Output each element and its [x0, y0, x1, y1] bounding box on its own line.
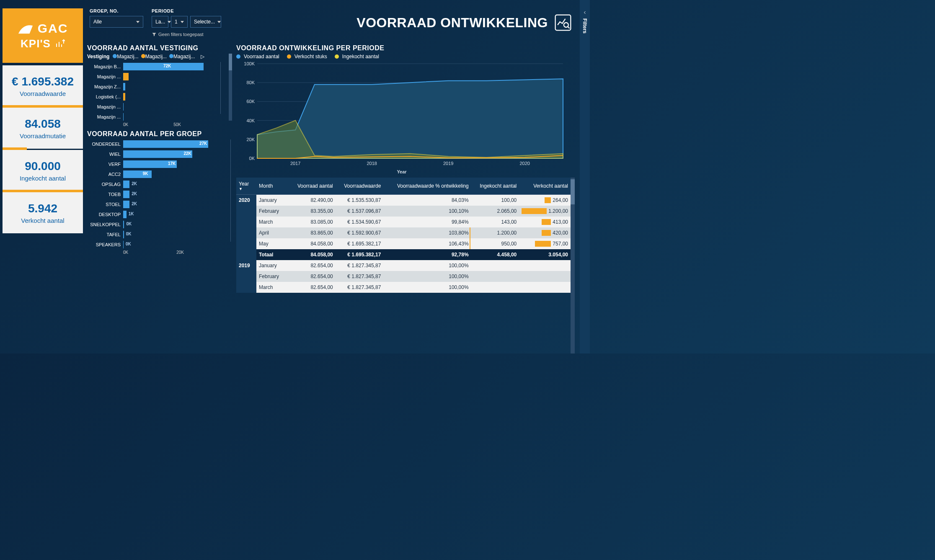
bar-row[interactable]: STOEL2K — [87, 200, 232, 209]
chevron-down-icon — [181, 21, 184, 23]
group-dropdown[interactable]: Alle — [90, 16, 143, 28]
kpi-value: 84.058 — [25, 117, 61, 131]
legend-item: Voorraad aantal — [244, 54, 279, 59]
filters-panel-tab[interactable]: Filters — [580, 0, 590, 354]
bar-row[interactable]: Magazijn B...72K — [87, 62, 226, 71]
cell-year: 2020 — [236, 195, 256, 261]
legend-dot — [287, 54, 291, 59]
filter-icon — [152, 32, 157, 37]
kpi-card[interactable]: 5.942Verkocht aantal — [3, 192, 83, 233]
svg-text:60K: 60K — [246, 99, 255, 104]
period-dropdown-3[interactable]: Selecte... — [190, 16, 221, 28]
kpi-card[interactable]: € 1.695.382Voorraadwaarde — [3, 65, 83, 106]
table-scrollbar[interactable] — [571, 178, 575, 354]
cell-vw: € 1.592.900,67 — [336, 227, 384, 238]
groep-chart[interactable]: VOORRAAD AANTAL PER GROEP ONDERDEEL27KWI… — [87, 130, 232, 255]
kpi-label: Voorraadwaarde — [20, 90, 66, 97]
table-row[interactable]: 2019 January 82.654,00 € 1.827.345,87 10… — [236, 260, 571, 271]
table-row[interactable]: 2020 January 82.490,00 € 1.535.530,87 84… — [236, 195, 571, 206]
period-chart[interactable]: VOORRAAD ONTWIKKELING PER PERIODE Voorra… — [236, 44, 575, 174]
filter-group-label: GROEP, NO. — [90, 8, 143, 13]
data-table[interactable]: Year▼ Month Voorraad aantal Voorraadwaar… — [236, 178, 575, 354]
kpi-value: € 1.695.382 — [12, 75, 74, 88]
bar-row[interactable]: ONDERDEEL27K — [87, 139, 232, 149]
bar-label: SNELKOPPEL — [87, 222, 123, 227]
table-row[interactable]: March 83.085,00 € 1.534.590,67 99,84% 14… — [236, 217, 571, 227]
bar-label: ACC2 — [87, 172, 123, 177]
bar-row[interactable]: Magazijn ... — [87, 112, 226, 121]
legend-item: Magazij... — [145, 54, 167, 59]
logo-text: GAC — [38, 21, 68, 36]
bar-row[interactable]: Logistiek (... — [87, 92, 226, 101]
table-row[interactable]: April 83.865,00 € 1.592.900,67 103,80% 1… — [236, 227, 571, 238]
cell-dev: 99,84% — [383, 217, 471, 227]
bar-chart-icon — [55, 39, 65, 49]
svg-text:2019: 2019 — [443, 161, 453, 166]
cell-verk: 413,00 — [519, 217, 571, 227]
bar-row[interactable]: Magazijn ... — [87, 102, 226, 111]
cell-ing: 1.200,00 — [471, 227, 519, 238]
bar-row[interactable]: Magazijn ... — [87, 72, 226, 81]
table-row[interactable]: February 82.654,00 € 1.827.345,87 100,00… — [236, 271, 571, 282]
bar-label: SPEAKERS — [87, 242, 123, 247]
cell-month: February — [256, 206, 289, 217]
bar-label: VERF — [87, 162, 123, 167]
cell-va: 83.085,00 — [289, 217, 336, 227]
cell-vw: € 1.537.096,87 — [336, 206, 384, 217]
legend-next-icon[interactable]: ▷ — [201, 54, 204, 59]
vestiging-chart[interactable]: VOORRAAD AANTAL VESTIGING Vestiging Maga… — [87, 44, 232, 127]
kpi-value: 90.000 — [25, 160, 61, 173]
bar-label: STOEL — [87, 202, 123, 207]
cell-ing: 143,00 — [471, 217, 519, 227]
cell-month: Totaal — [256, 249, 289, 260]
kpi-value: 5.942 — [28, 202, 57, 215]
cell-ing — [471, 282, 519, 293]
cell-dev: 100,00% — [383, 282, 471, 293]
legend-item: Magazij... — [173, 54, 195, 59]
cell-va: 82.654,00 — [289, 260, 336, 271]
period-dropdown-1[interactable]: La... — [152, 16, 168, 28]
legend-item: Magazij... — [117, 54, 138, 59]
cell-dev: 100,00% — [383, 271, 471, 282]
table-row[interactable]: May 84.058,00 € 1.695.382,17 106,43% 950… — [236, 238, 571, 249]
col-dev: Voorraadwaarde % ontwikkeling — [383, 178, 471, 195]
kpi-label: Verkocht aantal — [21, 217, 64, 224]
table-row[interactable]: February 83.355,00 € 1.537.096,87 100,10… — [236, 206, 571, 217]
scrollbar[interactable] — [229, 54, 232, 121]
svg-text:20K: 20K — [246, 137, 255, 142]
cell-verk: 757,00 — [519, 238, 571, 249]
bar-row[interactable]: VERF17K — [87, 160, 232, 169]
period-dropdown-2[interactable]: 1 — [171, 16, 188, 28]
sidebar: GAC KPI'S € 1.695.382Voorraadwaarde84.05… — [3, 8, 83, 354]
cell-ing: 950,00 — [471, 238, 519, 249]
bar-label: Magazijn ... — [87, 104, 123, 109]
kpi-card[interactable]: 84.058Voorraadmutatie — [3, 108, 83, 149]
bar-row[interactable]: ACC29K — [87, 170, 232, 179]
table-row[interactable]: Totaal 84.058,00 € 1.695.382,17 92,78% 4… — [236, 249, 571, 260]
bar-row[interactable]: Magazijn Z... — [87, 82, 226, 91]
kpi-title: KPI'S — [21, 37, 51, 50]
bar-row[interactable]: OPSLAG2K — [87, 180, 232, 189]
bar-label: TAFEL — [87, 232, 123, 237]
bar-row[interactable]: TOEB2K — [87, 190, 232, 199]
legend-label: Vestiging — [87, 54, 109, 59]
cell-va: 84.058,00 — [289, 238, 336, 249]
legend-dot — [141, 54, 145, 58]
legend-dot — [169, 54, 173, 58]
chevron-left-icon — [582, 10, 587, 15]
kpi-card[interactable]: 90.000Ingekocht aantal — [3, 150, 83, 191]
bar-row[interactable]: SPEAKERS0K — [87, 240, 232, 249]
cell-year: 2019 — [236, 260, 256, 293]
cell-vw: € 1.827.345,87 — [336, 271, 384, 282]
col-voorraadwaarde: Voorraadwaarde — [336, 178, 384, 195]
cell-verk: 1.200,00 — [519, 206, 571, 217]
cell-dev: 100,10% — [383, 206, 471, 217]
svg-text:40K: 40K — [246, 118, 255, 123]
bar-row[interactable]: SNELKOPPEL0K — [87, 220, 232, 229]
bar-row[interactable]: TAFEL0K — [87, 230, 232, 239]
bar-row[interactable]: DESKTOP1K — [87, 210, 232, 219]
table-row[interactable]: March 82.654,00 € 1.827.345,87 100,00% — [236, 282, 571, 293]
kpi-label: Voorraadmutatie — [20, 132, 66, 139]
cell-verk — [519, 282, 571, 293]
bar-row[interactable]: WIEL22K — [87, 150, 232, 159]
